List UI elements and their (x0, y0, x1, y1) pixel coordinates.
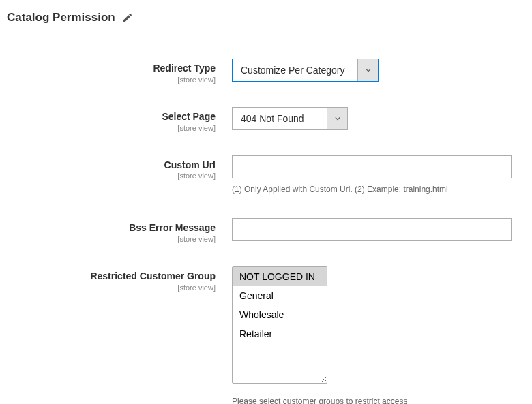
label-custom-url: Custom Url (7, 159, 216, 171)
row-redirect-type: Redirect Type [store view] Customize Per… (7, 59, 518, 84)
custom-url-input[interactable] (232, 155, 512, 178)
scope-hint: [store view] (7, 76, 216, 84)
edit-icon[interactable] (122, 12, 133, 23)
custom-url-hint: (1) Only Applied with Custom Url. (2) Ex… (232, 184, 512, 196)
redirect-type-select[interactable]: Customize Per Category (232, 59, 379, 82)
scope-hint: [store view] (7, 283, 216, 292)
label-error-message: Bss Error Message (7, 222, 216, 234)
error-message-input[interactable] (232, 218, 512, 241)
scope-hint: [store view] (7, 235, 216, 243)
scope-hint: [store view] (7, 124, 216, 132)
row-select-page: Select Page [store view] 404 Not Found (7, 107, 518, 132)
row-restricted-group: Restricted Customer Group [store view] N… (7, 266, 518, 404)
row-custom-url: Custom Url [store view] (1) Only Applied… (7, 155, 518, 196)
restricted-group-hint: Please select customer groups to restric… (232, 396, 512, 404)
label-redirect-type: Redirect Type (7, 63, 216, 74)
restricted-group-option[interactable]: Wholesale (233, 305, 327, 324)
section-header: Catalog Permission (7, 11, 518, 25)
label-restricted-group: Restricted Customer Group (7, 270, 216, 282)
scope-hint: [store view] (7, 172, 216, 180)
restricted-group-multiselect[interactable]: NOT LOGGED INGeneralWholesaleRetailer (232, 266, 327, 384)
row-error-message: Bss Error Message [store view] (7, 218, 518, 243)
label-select-page: Select Page (7, 111, 216, 123)
section-title: Catalog Permission (7, 11, 115, 25)
select-page-select[interactable]: 404 Not Found (232, 107, 348, 130)
restricted-group-option[interactable]: Retailer (233, 324, 327, 343)
restricted-group-option[interactable]: NOT LOGGED IN (233, 267, 327, 286)
restricted-group-option[interactable]: General (233, 286, 327, 305)
